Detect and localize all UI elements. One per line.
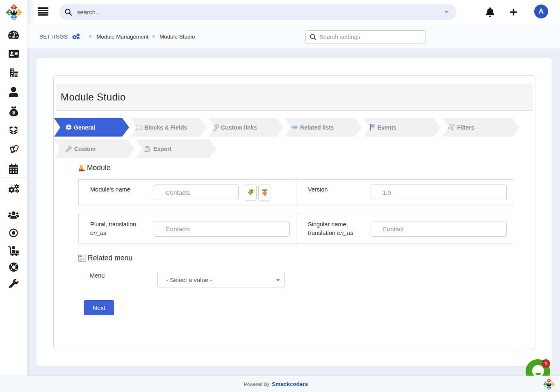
app-sidebar: $ [0,25,27,376]
export-module-button[interactable] [258,185,271,201]
tab-row-2: Custom Export [54,139,530,158]
search-icon [64,8,73,16]
filter-icon [448,124,455,131]
settings-search[interactable] [305,30,426,43]
sidebar-item-calendar[interactable] [0,164,27,174]
money-bag-icon: $ [9,106,18,116]
sidebar-divider [0,200,27,200]
luggage-cart-icon [8,246,19,256]
wizard-tabs: General Blocks & Fields Custom link [54,118,530,161]
dashboard-icon [8,30,19,39]
tab-label: Events [378,124,396,131]
tab-related-lists[interactable]: Related lists [285,118,362,137]
module-name-version-row: Module's name [78,179,514,205]
module-studio-card: Module Studio General Blocks & Fields [53,75,535,349]
user-group-icon [8,211,19,219]
settings-cogs-icon [8,184,19,193]
circle-dot-icon [9,228,18,238]
plural-input[interactable] [154,221,290,237]
breadcrumb-settings-link[interactable]: SETTINGS [39,34,68,40]
sidebar-item-targets[interactable] [0,228,27,238]
wrench-icon [66,146,72,152]
menu-select[interactable]: - Select a value - [157,272,285,287]
singular-input[interactable] [371,221,507,237]
sidebar-item-settings[interactable] [0,184,27,193]
menu-toggle-button[interactable] [38,7,48,16]
plural-singular-row: Plural, translation en_us Singular name,… [78,214,514,244]
tab-label: Blocks & Fields [144,124,187,131]
app-logo[interactable] [0,0,27,25]
notifications-button[interactable] [486,7,494,18]
export-save-icon [144,146,151,152]
tab-blocks-fields[interactable]: Blocks & Fields [131,118,207,137]
flag-icon [369,124,376,131]
sidebar-item-tools[interactable] [0,279,27,288]
settings-search-input[interactable] [319,34,426,40]
tab-label: Filters [457,124,474,131]
general-tab-panel: Module Module's name [78,164,514,315]
plural-cell: Plural, translation en_us [79,214,296,244]
tickets-icon [9,145,19,155]
breadcrumb-module-studio[interactable]: Module Studio [159,34,195,40]
breadcrumb-separator: > [153,33,155,40]
select-caret-icon [276,279,280,282]
search-icon [310,34,316,41]
tab-label: Export [153,146,171,152]
tab-label: Custom links [221,124,257,131]
sidebar-item-organizations[interactable] [0,68,27,77]
module-tower-icon [78,164,85,171]
input-field-icon [135,125,142,130]
organization-icon [9,68,18,77]
tab-custom[interactable]: Custom [54,139,134,158]
sidebar-item-assets[interactable] [0,246,27,256]
sidebar-item-leads[interactable] [0,87,27,97]
import-module-button[interactable] [244,185,257,201]
quick-add-button[interactable] [510,8,517,18]
bell-icon [486,7,494,17]
version-cell: Version [296,180,514,205]
search-dropdown-caret-icon[interactable] [444,11,449,14]
tab-filters[interactable]: Filters [442,118,519,137]
breadcrumb-bar: SETTINGS > Module Management > Module St… [27,25,560,48]
sidebar-item-dashboard[interactable] [0,30,27,39]
global-search[interactable] [59,4,456,20]
tab-label: Related lists [300,124,334,131]
tab-export[interactable]: Export [136,139,216,158]
module-section-title: Module [87,164,110,172]
sidebar-item-support[interactable] [0,262,27,272]
footer-brand-link[interactable]: Smackcoders [272,381,308,387]
tab-label: General [74,124,95,131]
sidebar-item-users[interactable] [0,211,27,219]
calendar-icon [9,164,18,174]
green-download-arrow-icon [247,189,254,196]
related-arrows-icon [290,125,298,130]
menu-select-value: - Select a value - [166,276,212,283]
footer-logo[interactable] [543,378,555,392]
singular-label: Singular name, translation en_us [308,220,371,237]
next-button[interactable]: Next [84,300,114,315]
sidebar-item-opportunities[interactable]: $ [0,106,27,116]
tab-general[interactable]: General [54,118,129,137]
tab-row-1: General Blocks & Fields Custom link [54,118,530,137]
breadcrumb-module-management[interactable]: Module Management [96,34,148,40]
module-section-header: Module [78,164,514,172]
card-header: Module Studio [56,84,533,111]
breadcrumb-separator: > [89,33,91,40]
version-label: Version [308,185,371,194]
user-avatar[interactable]: A [534,5,548,18]
sidebar-item-products[interactable] [0,125,27,135]
sidebar-item-contacts[interactable] [0,49,27,58]
module-name-input[interactable] [154,185,239,200]
sidebar-divider [0,177,27,178]
user-icon [9,87,18,97]
global-search-input[interactable] [77,9,444,16]
related-menu-icon [78,255,86,262]
plus-icon [510,8,517,16]
link-icon [212,124,219,131]
related-menu-section-title: Related menu [88,254,132,262]
tab-custom-links[interactable]: Custom links [209,118,283,137]
version-input[interactable] [371,185,507,200]
sidebar-item-tickets[interactable] [0,145,27,155]
chat-unread-badge[interactable]: 1 [542,359,550,368]
tab-events[interactable]: Events [364,118,441,137]
